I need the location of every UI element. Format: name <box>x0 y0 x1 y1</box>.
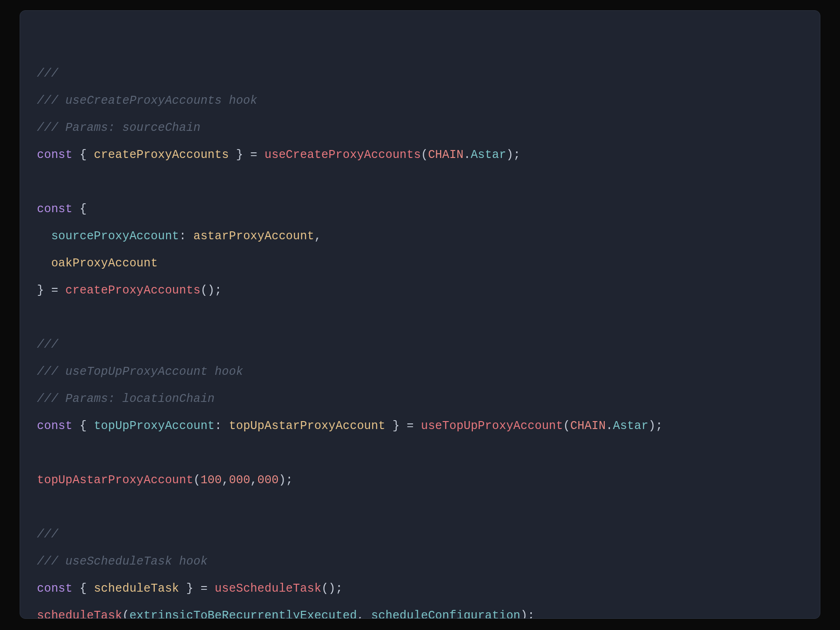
code-token: topUpAstarProxyAccount <box>37 473 193 487</box>
code-token: ( <box>563 419 570 433</box>
code-token: Astar <box>613 419 648 433</box>
code-token <box>37 229 51 243</box>
code-token: (); <box>201 284 222 297</box>
code-token: const <box>37 419 72 433</box>
code-token: { <box>72 582 94 595</box>
code-line: /// useCreateProxyAccounts hook <box>37 94 257 107</box>
code-token: CHAIN <box>570 419 606 433</box>
code-token: , <box>314 229 321 243</box>
code-token: createProxyAccounts <box>94 148 229 162</box>
code-line: /// <box>37 528 58 541</box>
code-token: scheduleConfiguration <box>371 609 521 619</box>
code-token: } = <box>385 419 421 433</box>
code-token: ( <box>421 148 428 162</box>
code-token: Astar <box>471 148 506 162</box>
code-line: /// useTopUpProxyAccount hook <box>37 365 243 379</box>
code-token: CHAIN <box>428 148 463 162</box>
code-line: /// <box>37 67 58 80</box>
code-token: { <box>72 148 94 162</box>
code-token: useScheduleTask <box>215 582 321 595</box>
code-token: ( <box>122 609 129 619</box>
code-token: , <box>222 473 229 487</box>
code-token: 000 <box>257 473 279 487</box>
code-token: ); <box>648 419 662 433</box>
code-token: scheduleTask <box>37 609 122 619</box>
code-token: astarProxyAccount <box>193 229 314 243</box>
code-token: extrinsicToBeRecurrentlyExecuted <box>130 609 357 619</box>
code-token: useCreateProxyAccounts <box>265 148 421 162</box>
code-token: ); <box>279 473 293 487</box>
code-token <box>37 257 51 270</box>
code-token: 100 <box>201 473 222 487</box>
code-token: : <box>179 229 193 243</box>
code-token: , <box>250 473 257 487</box>
code-token: useTopUpProxyAccount <box>421 419 563 433</box>
code-token: { <box>72 419 94 433</box>
code-token: oakProxyAccount <box>51 257 158 270</box>
code-line: /// Params: sourceChain <box>37 121 201 135</box>
code-token: topUpAstarProxyAccount <box>229 419 385 433</box>
code-token: topUpProxyAccount <box>94 419 215 433</box>
code-token: . <box>463 148 471 162</box>
code-token: sourceProxyAccount <box>51 229 179 243</box>
code-line: /// useScheduleTask hook <box>37 555 208 568</box>
code-token: const <box>37 582 72 595</box>
code-token: const <box>37 202 72 216</box>
code-token: } = <box>229 148 264 162</box>
code-token: ); <box>521 609 535 619</box>
code-token: } = <box>179 582 215 595</box>
code-line: /// Params: locationChain <box>37 392 215 406</box>
code-token: const <box>37 148 72 162</box>
code-token: createProxyAccounts <box>65 284 201 297</box>
code-token: ( <box>193 473 200 487</box>
code-token: ); <box>506 148 520 162</box>
code-token: } = <box>37 284 65 297</box>
code-token: scheduleTask <box>94 582 179 595</box>
code-token: { <box>72 202 87 216</box>
code-token: , <box>357 609 371 619</box>
code-token: (); <box>321 582 343 595</box>
code-token: 000 <box>229 473 250 487</box>
code-token: . <box>606 419 613 433</box>
code-token: : <box>215 419 229 433</box>
code-block: /// /// useCreateProxyAccounts hook /// … <box>20 10 820 619</box>
code-line: /// <box>37 338 58 351</box>
